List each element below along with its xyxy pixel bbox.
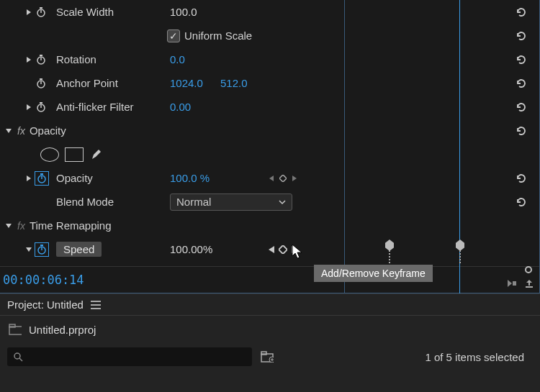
pen-mask-button[interactable] <box>89 147 104 162</box>
new-bin-button[interactable] <box>261 350 274 363</box>
svg-point-22 <box>14 353 20 359</box>
panel-footer-icons <box>505 277 536 290</box>
expand-caret[interactable] <box>23 173 35 184</box>
anti-flicker-value[interactable]: 0.00 <box>170 101 191 113</box>
next-keyframe-button[interactable] <box>289 173 300 183</box>
svg-rect-18 <box>513 281 516 286</box>
collapse-caret[interactable] <box>3 125 14 137</box>
uniform-scale-label: Uniform Scale <box>184 29 252 42</box>
collapse-caret[interactable] <box>23 244 35 255</box>
svg-rect-25 <box>261 352 266 355</box>
svg-rect-7 <box>40 78 42 80</box>
svg-rect-16 <box>40 245 43 246</box>
project-file-row: Untitled.prproj <box>0 316 540 343</box>
panel-menu-button[interactable] <box>91 301 101 309</box>
svg-rect-13 <box>40 173 43 175</box>
stopwatch-icon[interactable] <box>35 53 48 66</box>
speed-label: Speed <box>56 242 102 257</box>
project-panel-header: Project: Untitled <box>0 294 540 316</box>
keyframe-marker[interactable] <box>456 240 464 251</box>
blend-mode-value: Normal <box>176 196 211 208</box>
svg-rect-10 <box>40 102 42 104</box>
svg-rect-1 <box>40 7 42 9</box>
anchor-point-y[interactable]: 512.0 <box>220 77 248 89</box>
keyframe-nav-speed <box>266 245 300 255</box>
add-remove-keyframe-button[interactable] <box>278 245 288 255</box>
fx-badge-icon[interactable]: fx <box>17 125 25 137</box>
expand-caret[interactable] <box>23 54 35 65</box>
blend-mode-label: Blend Mode <box>56 196 114 208</box>
opacity-label: Opacity <box>56 172 93 184</box>
rotation-value[interactable]: 0.0 <box>170 53 185 65</box>
stopwatch-toggle-animated[interactable] <box>35 171 49 186</box>
collapse-caret[interactable] <box>3 220 14 232</box>
ellipse-mask-button[interactable] <box>40 147 59 162</box>
stopwatch-toggle-animated[interactable] <box>35 242 49 257</box>
svg-rect-21 <box>9 324 15 327</box>
keyframe-end-handle[interactable] <box>525 266 532 273</box>
timecode-display[interactable]: 00:00:06:14 <box>0 267 87 293</box>
keyframe-stem <box>459 250 461 263</box>
chevron-down-icon <box>279 199 286 206</box>
scale-width-value[interactable]: 100.0 <box>170 6 197 18</box>
rectangle-mask-button[interactable] <box>65 147 84 162</box>
prev-keyframe-button[interactable] <box>266 245 276 255</box>
stopwatch-icon[interactable] <box>35 101 48 114</box>
blend-mode-select[interactable]: Normal <box>170 193 292 211</box>
next-keyframe-button[interactable] <box>289 245 300 255</box>
anchor-point-x[interactable]: 1024.0 <box>170 77 203 89</box>
speed-value[interactable]: 100.00% <box>170 243 212 255</box>
play-only-icon[interactable] <box>505 277 518 290</box>
keyframe-marker[interactable] <box>385 240 394 251</box>
expand-caret[interactable] <box>23 101 35 113</box>
keyframe-stem <box>389 250 390 263</box>
opacity-group-label: Opacity <box>30 124 66 137</box>
anchor-point-label: Anchor Point <box>56 77 118 89</box>
stopwatch-icon[interactable] <box>35 77 48 90</box>
project-panel-title[interactable]: Project: Untitled <box>7 298 84 311</box>
rotation-label: Rotation <box>56 53 96 65</box>
timeline-keyframe-area[interactable] <box>344 0 540 295</box>
anti-flicker-label: Anti-flicker Filter <box>56 101 134 113</box>
uniform-scale-checkbox[interactable] <box>167 29 180 42</box>
tooltip: Add/Remove Keyframe <box>314 265 433 282</box>
scale-width-label: Scale Width <box>56 6 114 18</box>
search-icon <box>13 352 23 362</box>
project-search-input[interactable] <box>7 347 252 366</box>
expand-caret[interactable] <box>23 6 35 18</box>
bin-icon[interactable] <box>9 323 22 336</box>
stopwatch-icon[interactable] <box>35 6 48 19</box>
svg-line-23 <box>19 358 22 361</box>
selection-status: 1 of 5 items selected <box>425 351 533 363</box>
add-keyframe-button[interactable] <box>278 173 288 183</box>
project-bottom-bar: 1 of 5 items selected <box>0 343 540 370</box>
prev-keyframe-button[interactable] <box>266 173 276 183</box>
export-icon[interactable] <box>523 277 536 290</box>
project-panel: Project: Untitled Untitled.prproj 1 of 5… <box>0 293 540 392</box>
project-filename[interactable]: Untitled.prproj <box>29 324 96 336</box>
svg-rect-4 <box>40 55 42 56</box>
svg-rect-19 <box>526 286 533 288</box>
keyframe-nav <box>266 173 300 183</box>
time-remapping-label: Time Remapping <box>30 219 112 232</box>
fx-badge-icon[interactable]: fx <box>17 220 25 232</box>
opacity-value[interactable]: 100.0 % <box>170 172 210 184</box>
